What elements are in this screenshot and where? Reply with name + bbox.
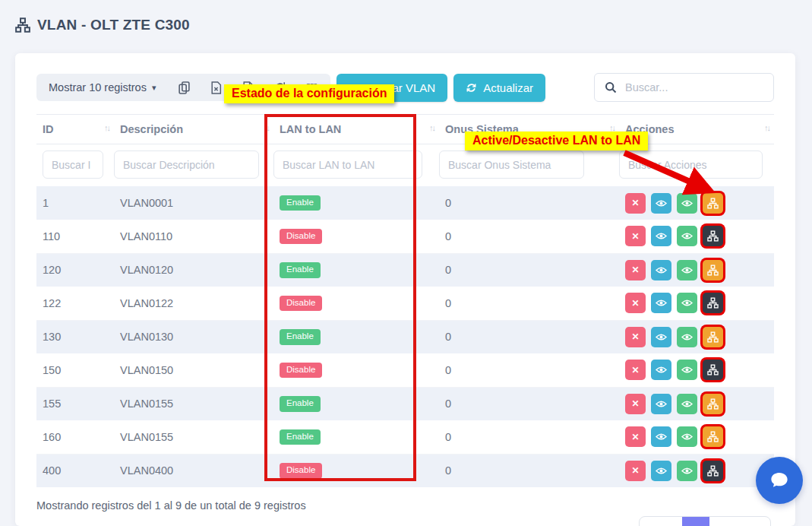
action-buttons: ✕ [625, 226, 769, 246]
view-onus-button[interactable] [677, 226, 697, 246]
view-button[interactable] [651, 360, 671, 380]
action-buttons: ✕ [625, 293, 769, 313]
refresh-icon [466, 82, 477, 93]
excel-export-button[interactable] [200, 74, 232, 101]
cell-lan-to-lan: Enable [273, 253, 439, 287]
lan-to-lan-toggle-button[interactable] [703, 293, 723, 313]
refresh-label: Actualizar [483, 81, 533, 94]
close-icon: ✕ [631, 298, 639, 309]
view-button[interactable] [651, 226, 671, 246]
search-input[interactable] [625, 81, 763, 93]
view-button[interactable] [651, 426, 671, 447]
view-onus-button[interactable] [677, 360, 697, 380]
cell-acciones: ✕ [619, 320, 774, 353]
view-button[interactable] [651, 193, 671, 214]
chevron-down-icon: ▾ [321, 84, 325, 92]
view-onus-button[interactable] [677, 426, 697, 447]
eye-icon [656, 265, 667, 276]
eye-icon [681, 465, 693, 477]
column-header-id[interactable]: ID↑↓ [36, 115, 114, 144]
cell-id: 120 [36, 253, 114, 287]
action-buttons: ✕ [625, 193, 769, 214]
delete-button[interactable]: ✕ [625, 193, 646, 214]
sort-icon: ↑↓ [264, 123, 269, 132]
lan-to-lan-toggle-button[interactable] [703, 327, 723, 347]
pdf-export-button[interactable] [232, 74, 264, 101]
view-onus-button[interactable] [677, 394, 697, 414]
records-summary: Mostrando registros del 1 al 9 de un tot… [36, 499, 774, 512]
eye-icon [656, 364, 667, 375]
eye-icon [656, 230, 667, 242]
global-search[interactable] [594, 73, 774, 102]
view-button[interactable] [651, 461, 671, 481]
view-onus-button[interactable] [677, 327, 697, 347]
refresh-button[interactable]: Actualizar [453, 74, 545, 102]
delete-button[interactable]: ✕ [625, 426, 646, 447]
vlan-table: ID↑↓ Descripción↑↓ LAN to LAN↑↓ Onus Sis… [36, 114, 774, 487]
pagination[interactable] [639, 516, 771, 526]
chat-launcher-button[interactable] [756, 457, 803, 504]
view-onus-button[interactable] [677, 461, 697, 481]
sitemap-icon [707, 265, 719, 276]
column-header-lan-to-lan[interactable]: LAN to LAN↑↓ [273, 115, 439, 144]
cell-onus: 0 [439, 287, 619, 320]
lan-to-lan-toggle-button[interactable] [703, 426, 723, 447]
pagination-active-page[interactable] [682, 517, 709, 526]
filter-onus-input[interactable] [439, 151, 584, 179]
column-header-descripcion[interactable]: Descripción↑↓ [114, 115, 273, 144]
page-header: VLAN - OLT ZTE C300 [0, 0, 812, 33]
lan-to-lan-toggle-button[interactable] [703, 260, 723, 280]
cell-lan-to-lan: Enable [273, 186, 439, 220]
cell-acciones: ✕ [619, 220, 774, 253]
action-buttons: ✕ [625, 461, 769, 481]
lan-to-lan-toggle-button[interactable] [703, 360, 723, 380]
cell-lan-to-lan: Enable [273, 420, 439, 454]
add-vlan-button[interactable]: + Agregar VLAN [336, 74, 448, 102]
view-onus-button[interactable] [677, 260, 697, 280]
column-header-onus-sistema[interactable]: Onus Sistema↑↓ [439, 115, 619, 144]
delete-button[interactable]: ✕ [625, 226, 646, 246]
delete-button[interactable]: ✕ [625, 327, 646, 347]
reload-button[interactable] [264, 74, 295, 101]
column-header-acciones[interactable]: Acciones↑↓ [619, 115, 774, 144]
eye-icon [681, 364, 693, 375]
status-badge: Disable [280, 229, 322, 245]
cell-onus: 0 [439, 387, 619, 420]
cell-descripcion: VLAN0130 [114, 320, 273, 353]
filter-acciones-input[interactable] [619, 151, 763, 179]
view-onus-button[interactable] [677, 293, 697, 313]
filter-id-input[interactable] [43, 151, 103, 179]
view-button[interactable] [651, 293, 671, 313]
view-button[interactable] [651, 394, 671, 414]
view-button[interactable] [651, 327, 671, 347]
cell-lan-to-lan: Disable [273, 454, 439, 487]
lan-to-lan-toggle-button[interactable] [703, 461, 723, 481]
show-entries-dropdown[interactable]: Mostrar 10 registros ▾ [36, 81, 168, 93]
delete-button[interactable]: ✕ [625, 394, 646, 414]
delete-button[interactable]: ✕ [625, 360, 646, 380]
cell-acciones: ✕ [619, 353, 774, 387]
cell-id: 122 [36, 287, 114, 320]
delete-button[interactable]: ✕ [625, 260, 646, 280]
filter-lan-to-lan-input[interactable] [273, 151, 422, 179]
delete-button[interactable]: ✕ [625, 293, 646, 313]
show-entries-label: Mostrar 10 registros [49, 81, 147, 93]
delete-button[interactable]: ✕ [625, 461, 646, 481]
cell-lan-to-lan: Disable [273, 353, 439, 387]
eye-icon [681, 331, 693, 343]
view-onus-button[interactable] [677, 193, 697, 214]
cell-onus: 0 [439, 420, 619, 454]
lan-to-lan-toggle-button[interactable] [703, 226, 723, 246]
lan-to-lan-toggle-button[interactable] [703, 193, 723, 214]
sort-icon: ↑↓ [429, 123, 434, 132]
cell-acciones: ✕ [619, 287, 774, 320]
excel-icon [210, 81, 223, 94]
filter-descripcion-input[interactable] [114, 151, 259, 179]
lan-to-lan-toggle-button[interactable] [703, 394, 723, 414]
table-row: 155VLAN0155Enable0✕ [36, 387, 774, 420]
status-badge: Enable [280, 429, 321, 445]
plus-icon: + [349, 81, 356, 94]
cell-descripcion: VLAN0400 [114, 454, 273, 487]
copy-button[interactable] [168, 74, 200, 101]
view-button[interactable] [651, 260, 671, 280]
